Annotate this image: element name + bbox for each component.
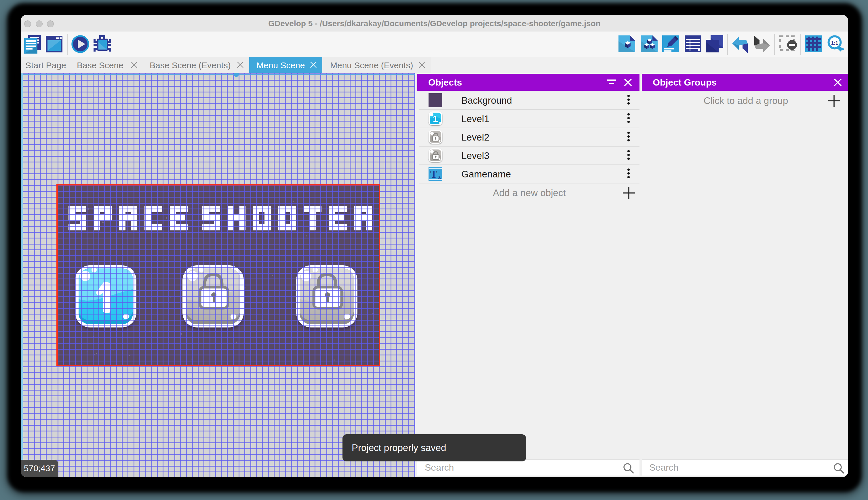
svg-text:1: 1	[433, 114, 438, 124]
svg-text:x: x	[438, 173, 441, 180]
svg-text:T: T	[430, 169, 437, 180]
svg-text:1:1: 1:1	[831, 40, 838, 46]
